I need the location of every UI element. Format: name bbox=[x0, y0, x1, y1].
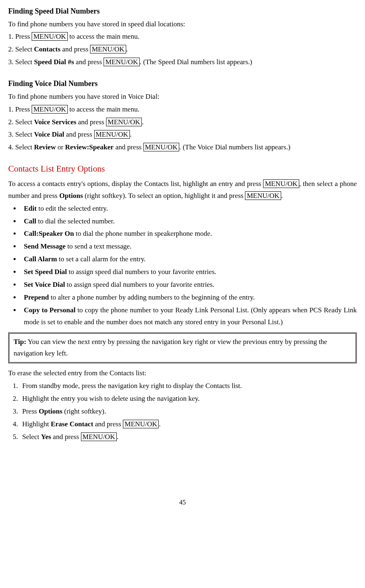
text: To erase the selected entry from the Con… bbox=[8, 367, 357, 379]
term: Review bbox=[34, 143, 56, 151]
term: Contacts bbox=[34, 45, 60, 53]
t: to send a text message. bbox=[66, 242, 132, 250]
t: to assign speed dial numbers to your fav… bbox=[65, 281, 215, 288]
list-item: Highlight the entry you wish to delete u… bbox=[20, 393, 357, 405]
list-item: Send Message to send a text message. bbox=[21, 241, 357, 253]
term: Copy to Personal bbox=[24, 306, 76, 314]
text: To access a contacts entry's options, di… bbox=[8, 178, 357, 202]
tip-box: Tip: You can view the next entry by pres… bbox=[8, 332, 357, 364]
text: To find phone numbers you have stored in… bbox=[8, 19, 357, 30]
list-item: Edit to edit the selected entry. bbox=[21, 203, 357, 215]
menu-ok-key: MENU/OK bbox=[94, 130, 130, 139]
term: Voice Dial bbox=[34, 130, 65, 138]
t: to dial the selected number. bbox=[36, 217, 115, 225]
list-item: Set Speed Dial to assign speed dial numb… bbox=[21, 266, 357, 278]
t: . bbox=[117, 433, 118, 441]
heading-voice-dial: Finding Voice Dial Numbers bbox=[8, 77, 357, 90]
menu-ok-key: MENU/OK bbox=[263, 179, 299, 188]
text: To find phone numbers you have stored in… bbox=[8, 91, 357, 103]
term: Call:Speaker On bbox=[24, 230, 74, 237]
list-item: Call Alarm to set a call alarm for the e… bbox=[21, 253, 357, 265]
step: 2. Select Contacts and press MENU/OK. bbox=[8, 44, 357, 56]
menu-ok-key: MENU/OK bbox=[106, 118, 142, 126]
t: or bbox=[56, 143, 65, 151]
menu-ok-key: MENU/OK bbox=[143, 143, 179, 151]
t: (right softkey). bbox=[62, 407, 106, 415]
t: (right softkey). To select an option, hi… bbox=[83, 192, 245, 200]
heading-contacts-options: Contacts List Entry Options bbox=[8, 162, 357, 177]
step: 1. Press MENU/OK to access the main menu… bbox=[8, 31, 357, 43]
t: . bbox=[126, 45, 128, 53]
t: to access the main menu. bbox=[68, 105, 140, 113]
list-item: From standby mode, press the navigation … bbox=[20, 380, 357, 392]
t: 3. Select bbox=[8, 58, 34, 66]
list-item: Set Voice Dial to assign speed dial numb… bbox=[21, 279, 357, 291]
term: Options bbox=[39, 407, 62, 415]
step: 4. Select Review or Review:Speaker and p… bbox=[8, 142, 357, 153]
term: Call Alarm bbox=[24, 255, 57, 263]
t: 2. Select bbox=[8, 45, 34, 53]
list-item: Press Options (right softkey). bbox=[20, 406, 357, 418]
menu-ok-key: MENU/OK bbox=[32, 105, 67, 114]
t: Highlight the entry you wish to delete u… bbox=[22, 395, 200, 402]
list-item: Select Yes and press MENU/OK. bbox=[20, 431, 357, 443]
t: . bbox=[159, 420, 160, 428]
list-item: Prepend to alter a phone number by addin… bbox=[21, 292, 357, 304]
t: to access the main menu. bbox=[68, 33, 140, 40]
term: Options bbox=[59, 192, 83, 200]
t: to edit the selected entry. bbox=[37, 205, 108, 212]
menu-ok-key: MENU/OK bbox=[32, 32, 67, 41]
t: and press bbox=[51, 433, 81, 441]
list-item: Copy to Personal to copy the phone numbe… bbox=[21, 304, 357, 328]
t: Select bbox=[22, 433, 41, 441]
t: to alter a phone number by adding number… bbox=[49, 293, 255, 301]
t: and press bbox=[93, 420, 123, 428]
step: 3. Select Voice Dial and press MENU/OK. bbox=[8, 129, 357, 141]
list-item: Call to dial the selected number. bbox=[21, 216, 357, 228]
t: To access a contacts entry's options, di… bbox=[8, 180, 263, 188]
t: From standby mode, press the navigation … bbox=[22, 382, 242, 390]
t: 1. Press bbox=[8, 105, 32, 113]
term: Prepend bbox=[24, 293, 49, 301]
term: Review:Speaker bbox=[65, 143, 113, 151]
t: and press bbox=[76, 118, 106, 126]
term: Speed Dial #s bbox=[34, 58, 74, 66]
t: to set a call alarm for the entry. bbox=[57, 255, 146, 263]
t: Press bbox=[22, 407, 39, 415]
term: Send Message bbox=[24, 242, 66, 250]
menu-ok-key: MENU/OK bbox=[123, 420, 159, 428]
menu-ok-key: MENU/OK bbox=[104, 58, 139, 66]
t: and press bbox=[74, 58, 104, 66]
term: Yes bbox=[41, 433, 51, 441]
t: . bbox=[281, 192, 283, 200]
t: . bbox=[142, 118, 143, 126]
t: to dial the phone number in speakerphone… bbox=[74, 230, 212, 237]
menu-ok-key: MENU/OK bbox=[90, 45, 126, 53]
page-number: 45 bbox=[8, 497, 357, 508]
step: 3. Select Speed Dial #s and press MENU/O… bbox=[8, 56, 357, 68]
tip-text: You can view the next entry by pressing … bbox=[14, 338, 327, 358]
term: Erase Contact bbox=[51, 420, 93, 428]
term: Set Speed Dial bbox=[24, 268, 67, 276]
step: 2. Select Voice Services and press MENU/… bbox=[8, 116, 357, 128]
t: and press bbox=[113, 143, 143, 151]
erase-steps: From standby mode, press the navigation … bbox=[8, 380, 357, 443]
tip-label: Tip: bbox=[14, 338, 26, 346]
t: 1. Press bbox=[8, 33, 32, 40]
heading-speed-dial: Finding Speed Dial Numbers bbox=[8, 5, 357, 18]
t: 2. Select bbox=[8, 118, 34, 126]
t: and press bbox=[60, 45, 90, 53]
list-item: Highlight Erase Contact and press MENU/O… bbox=[20, 418, 357, 430]
t: 4. Select bbox=[8, 143, 34, 151]
term: Call bbox=[24, 217, 36, 225]
options-list: Edit to edit the selected entry. Call to… bbox=[21, 203, 357, 328]
step: 1. Press MENU/OK to access the main menu… bbox=[8, 104, 357, 116]
t: . (The Speed Dial numbers list appears.) bbox=[140, 58, 252, 66]
t: . (The Voice Dial numbers list appears.) bbox=[179, 143, 290, 151]
list-item: Call:Speaker On to dial the phone number… bbox=[21, 228, 357, 240]
menu-ok-key: MENU/OK bbox=[245, 191, 281, 200]
term: Edit bbox=[24, 205, 37, 212]
t: 3. Select bbox=[8, 130, 34, 138]
term: Voice Services bbox=[34, 118, 76, 126]
t: and press bbox=[64, 130, 94, 138]
